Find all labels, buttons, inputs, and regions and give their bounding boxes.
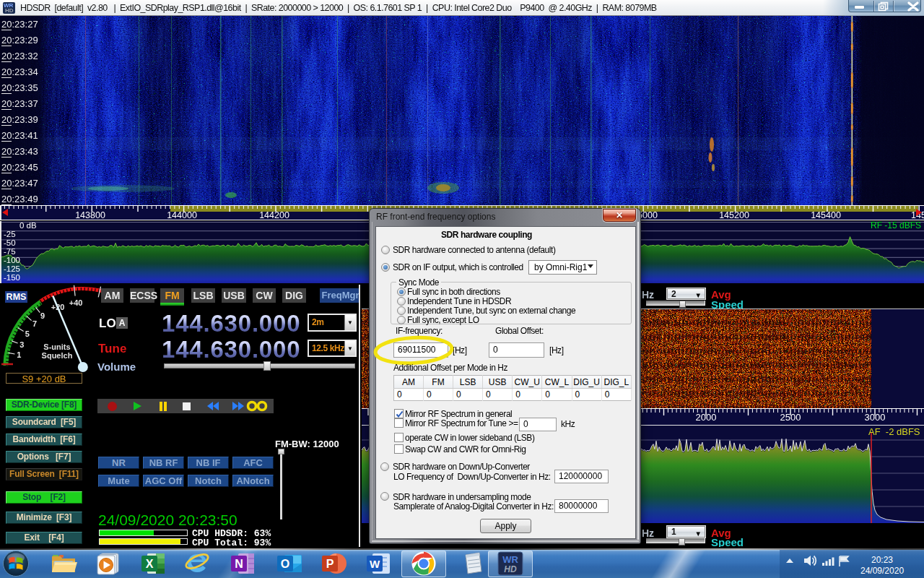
svg-text:HD: HD — [504, 564, 517, 574]
svg-text:1: 1 — [17, 350, 21, 359]
svg-text:7: 7 — [32, 319, 37, 328]
svg-text:S-units: S-units — [43, 342, 70, 351]
svg-text:WR: WR — [502, 554, 518, 565]
svg-text:P: P — [326, 558, 334, 570]
svg-text:+40: +40 — [69, 298, 83, 307]
svg-text:O: O — [281, 558, 289, 570]
svg-text:X: X — [146, 558, 154, 570]
svg-text:W: W — [370, 558, 380, 570]
svg-text:9: 9 — [40, 311, 45, 320]
svg-text:N: N — [235, 558, 243, 570]
svg-text:Squelch: Squelch — [42, 351, 73, 360]
svg-text:5: 5 — [25, 329, 30, 338]
svg-text:3: 3 — [19, 340, 24, 349]
